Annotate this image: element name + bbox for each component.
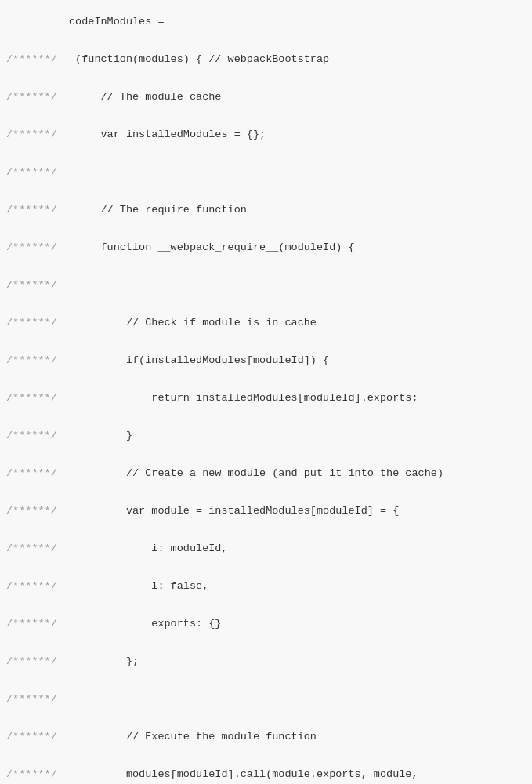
code-line: /******/ modules[moduleId].call(module.e… bbox=[6, 765, 526, 784]
code-line: /******/ exports: {} bbox=[6, 615, 526, 633]
code-line bbox=[6, 670, 526, 689]
line-prefix: /******/ bbox=[6, 164, 69, 181]
line-prefix: /******/ bbox=[6, 653, 69, 670]
code-line bbox=[6, 369, 526, 388]
line-content: exports: {} bbox=[69, 615, 221, 633]
code-line: /******/ // Create a new module (and put… bbox=[6, 464, 526, 483]
line-content: // The module cache bbox=[69, 89, 221, 106]
line-content: if(installedModules[moduleId]) { bbox=[69, 352, 329, 369]
line-content: }; bbox=[69, 653, 139, 670]
code-line bbox=[6, 407, 526, 426]
code-block: codeInModules = /******/ (function(modul… bbox=[6, 13, 526, 784]
code-line: /******/ bbox=[6, 690, 526, 709]
code-line: codeInModules = bbox=[6, 13, 526, 31]
code-line: /******/ bbox=[6, 163, 526, 182]
code-line: /******/ i: moduleId, bbox=[6, 539, 526, 558]
code-line bbox=[6, 144, 526, 163]
code-line: /******/ function __webpack_require__(mo… bbox=[6, 238, 526, 257]
line-prefix: /******/ bbox=[6, 239, 69, 256]
code-line bbox=[6, 31, 526, 50]
code-line bbox=[6, 482, 526, 501]
code-line bbox=[6, 182, 526, 201]
line-content: function __webpack_require__(moduleId) { bbox=[69, 239, 355, 256]
code-line: /******/ // The require function bbox=[6, 201, 526, 220]
code-line bbox=[6, 633, 526, 652]
line-content: // Execute the module function bbox=[69, 728, 317, 746]
line-prefix: /******/ bbox=[6, 578, 69, 595]
code-line bbox=[6, 520, 526, 539]
code-line: /******/ l: false, bbox=[6, 577, 526, 596]
line-content: modules[moduleId].call(module.exports, m… bbox=[69, 766, 418, 783]
code-line bbox=[6, 332, 526, 350]
code-line: /******/ } bbox=[6, 426, 526, 445]
line-content: var installedModules = {}; bbox=[69, 126, 266, 143]
line-prefix: /******/ bbox=[6, 427, 69, 445]
code-line bbox=[6, 595, 526, 614]
code-line: /******/ var installedModules = {}; bbox=[6, 125, 526, 144]
code-line: /******/ var module = installedModules[m… bbox=[6, 502, 526, 521]
code-line: /******/ // Execute the module function bbox=[6, 728, 526, 746]
line-content: l: false, bbox=[69, 578, 208, 595]
code-line bbox=[6, 445, 526, 463]
line-content: } bbox=[69, 427, 132, 445]
code-line: /******/ // Check if module is in cache bbox=[6, 314, 526, 332]
code-line bbox=[6, 708, 526, 727]
code-line: /******/ (function(modules) { // webpack… bbox=[6, 50, 526, 69]
line-prefix: /******/ bbox=[6, 766, 69, 783]
line-prefix: /******/ bbox=[6, 314, 69, 332]
line-prefix: /******/ bbox=[6, 465, 69, 482]
code-line bbox=[6, 557, 526, 576]
code-line bbox=[6, 220, 526, 238]
line-prefix: /******/ bbox=[6, 691, 69, 708]
line-prefix: /******/ bbox=[6, 277, 69, 294]
line-prefix: /******/ bbox=[6, 201, 69, 219]
line-prefix: /******/ bbox=[6, 89, 69, 106]
code-line bbox=[6, 294, 526, 313]
line-content: (function(modules) { // webpackBootstrap bbox=[69, 51, 329, 68]
line-prefix: /******/ bbox=[6, 503, 69, 520]
line-prefix: /******/ bbox=[6, 390, 69, 407]
code-line bbox=[6, 69, 526, 88]
line-prefix: /******/ bbox=[6, 728, 69, 746]
line-prefix: /******/ bbox=[6, 540, 69, 557]
line-prefix: /******/ bbox=[6, 352, 69, 369]
code-line: /******/ bbox=[6, 276, 526, 295]
code-line: /******/ return installedModules[moduleI… bbox=[6, 389, 526, 408]
line-content: codeInModules = bbox=[69, 13, 165, 31]
code-line bbox=[6, 257, 526, 276]
code-line: /******/ }; bbox=[6, 652, 526, 671]
line-content: // Create a new module (and put it into … bbox=[69, 465, 443, 482]
line-content: // Check if module is in cache bbox=[69, 314, 317, 332]
line-prefix: /******/ bbox=[6, 126, 69, 143]
line-content: return installedModules[moduleId].export… bbox=[69, 390, 418, 407]
code-line bbox=[6, 107, 526, 125]
line-prefix: /******/ bbox=[6, 51, 69, 68]
line-prefix: /******/ bbox=[6, 615, 69, 633]
line-content: var module = installedModules[moduleId] … bbox=[69, 503, 399, 520]
line-content: i: moduleId, bbox=[69, 540, 228, 557]
code-line bbox=[6, 746, 526, 764]
code-line: /******/ if(installedModules[moduleId]) … bbox=[6, 351, 526, 370]
line-content: // The require function bbox=[69, 201, 247, 219]
code-line: /******/ // The module cache bbox=[6, 88, 526, 107]
